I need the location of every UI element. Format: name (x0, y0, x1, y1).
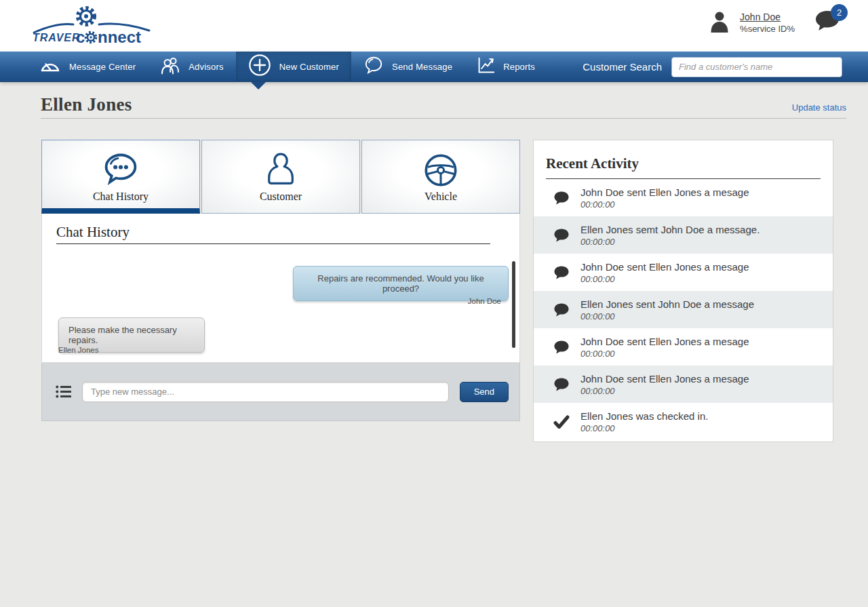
customer-search-label: Customer Search (583, 61, 662, 73)
tab-label: Chat History (93, 191, 149, 203)
notifications-button[interactable]: 2 (814, 9, 841, 37)
user-name-link[interactable]: John Doe (740, 12, 795, 24)
app-logo[interactable]: TRAVER c nnect (31, 5, 153, 47)
logo-text-nnect: nnect (98, 28, 141, 46)
message-bubble-icon (553, 377, 570, 392)
nav-item-label: Send Message (392, 62, 452, 72)
detail-tabs: Chat History Customer Veh (41, 140, 520, 214)
chat-bubble-outline-icon (363, 56, 384, 77)
message-composer: Send (41, 363, 520, 421)
page-title: Ellen Jones (41, 94, 132, 115)
logo-text-c: c (76, 28, 85, 46)
nav-item-send-message[interactable]: Send Message (351, 52, 465, 82)
send-button[interactable]: Send (460, 382, 509, 402)
activity-item: Ellen Jones was checked in. 00:00:00 (534, 403, 833, 440)
customer-detail-panel: Chat History Customer Veh (41, 140, 520, 421)
chat-history-heading: Chat History (56, 224, 130, 241)
tab-customer[interactable]: Customer (201, 140, 360, 214)
activity-time: 00:00:00 (580, 237, 760, 247)
notification-badge: 2 (831, 4, 848, 21)
chart-icon (477, 56, 495, 77)
activity-time: 00:00:00 (580, 349, 749, 359)
main-navbar: Message Center Advisors New Customer (0, 52, 868, 82)
new-message-input[interactable] (82, 382, 449, 402)
chat-message-sender: Ellen Jones (58, 346, 98, 354)
logo-gear-icon (79, 9, 94, 24)
message-bubble-icon (553, 228, 570, 243)
logo-gear-o-icon (86, 33, 96, 42)
nav-item-label: New Customer (279, 62, 339, 72)
chat-history-panel: Chat History Repairs are recommended. Wo… (41, 214, 520, 363)
plus-circle-icon (248, 54, 271, 79)
active-nav-pointer (251, 82, 266, 90)
chat-history-icon (102, 151, 139, 189)
activity-item: John Doe sent Ellen Jones a mesage 00:00… (534, 328, 833, 366)
activity-text: John Doe sent Ellen Jones a mesage (580, 373, 749, 385)
advisors-icon (160, 56, 180, 77)
list-icon[interactable] (56, 385, 71, 398)
nav-item-reports[interactable]: Reports (465, 52, 547, 82)
message-bubble-icon (553, 302, 570, 317)
gauge-icon (39, 57, 61, 76)
top-header: TRAVER c nnect John Doe %service ID% (0, 0, 868, 52)
check-icon (553, 415, 570, 429)
activity-item: John Doe sent Ellen Jones a mesage 00:00… (534, 179, 833, 216)
logo-text-traver: TRAVER (33, 32, 81, 43)
nav-item-label: Reports (503, 62, 535, 72)
activity-text: Ellen Jones semt John Doe a message. (580, 224, 760, 235)
chat-scrollbar[interactable] (512, 261, 515, 348)
message-bubble-icon (553, 265, 570, 280)
tab-vehicle[interactable]: Vehicle (361, 140, 520, 214)
activity-text: Ellen Jones was checked in. (580, 410, 708, 422)
message-bubble-icon (814, 23, 840, 35)
message-bubble-icon (553, 340, 570, 355)
activity-item: John Doe sent Ellen Jones a mesage 00:00… (534, 366, 833, 403)
tab-chat-history[interactable]: Chat History (41, 140, 200, 214)
nav-item-message-center[interactable]: Message Center (27, 52, 148, 82)
activity-time: 00:00:00 (580, 274, 749, 284)
chat-heading-divider (56, 243, 490, 244)
nav-item-label: Message Center (69, 62, 136, 72)
activity-item: Ellen Jones semt John Doe a message. 00:… (534, 216, 833, 254)
activity-text: Ellen Jones sent John Doe a message (580, 298, 754, 310)
recent-activity-heading: Recent Activity (546, 155, 821, 179)
activity-text: John Doe sent Ellen Jones a mesage (580, 187, 749, 198)
nav-item-label: Advisors (189, 62, 223, 72)
header-user-area: John Doe %service ID% 2 (709, 9, 841, 37)
user-service-id: %service ID% (740, 24, 795, 35)
recent-activity-panel: Recent Activity John Doe sent Ellen Jone… (533, 140, 833, 442)
chat-message-sender: John Doe (468, 297, 501, 305)
nav-item-advisors[interactable]: Advisors (148, 52, 235, 82)
customer-icon (264, 151, 297, 189)
user-avatar-icon (709, 10, 730, 36)
update-status-link[interactable]: Update status (792, 102, 846, 113)
nav-item-new-customer[interactable]: New Customer (236, 52, 351, 82)
customer-search-input[interactable] (671, 57, 842, 77)
title-divider (41, 118, 846, 119)
message-bubble-icon (553, 191, 570, 205)
activity-item: Ellen Jones sent John Doe a message 00:0… (534, 291, 833, 328)
activity-item: John Doe sent Ellen Jones a mesage 00:00… (534, 254, 833, 291)
tab-label: Vehicle (425, 191, 457, 203)
activity-time: 00:00:00 (580, 311, 754, 321)
activity-text: John Doe sent Ellen Jones a mesage (580, 261, 749, 273)
tab-label: Customer (260, 191, 302, 203)
customer-search-area: Customer Search (583, 52, 842, 82)
activity-time: 00:00:00 (580, 423, 708, 433)
activity-time: 00:00:00 (580, 386, 749, 396)
chat-message-bubble: Repairs are recommended. Would you like … (293, 266, 509, 301)
activity-time: 00:00:00 (580, 199, 749, 210)
steering-wheel-icon (423, 151, 458, 189)
activity-text: John Doe sent Ellen Jones a mesage (580, 336, 749, 347)
